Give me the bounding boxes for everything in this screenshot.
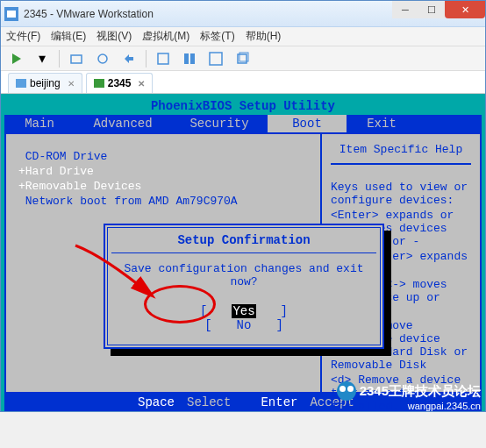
dialog-buttons: [Yes] [No]: [108, 299, 380, 345]
tab-label: beijing: [30, 77, 61, 89]
boot-item-cdrom[interactable]: CD-ROM Drive: [18, 150, 308, 165]
svg-rect-7: [190, 53, 195, 64]
menu-vm[interactable]: 虚拟机(M): [142, 29, 189, 44]
tab-label: 2345: [108, 77, 132, 89]
view1-icon[interactable]: [154, 49, 173, 68]
app-icon: [4, 7, 18, 21]
tab-close-icon[interactable]: ✕: [68, 79, 75, 89]
menu-file[interactable]: 文件(F): [6, 29, 40, 44]
owl-icon: [337, 381, 356, 401]
unity-icon[interactable]: [232, 49, 252, 68]
svg-rect-1: [7, 11, 16, 18]
view2-icon[interactable]: [180, 49, 199, 68]
setup-confirmation-dialog: Setup Confirmation Save configuration ch…: [104, 224, 384, 349]
maximize-button[interactable]: ☐: [418, 1, 445, 18]
app-window: 2345 - VMware Workstation ─ ☐ ✕ 文件(F) 编辑…: [0, 0, 486, 412]
svg-rect-6: [184, 53, 189, 64]
bios-menu-boot[interactable]: Boot: [268, 115, 347, 132]
titlebar[interactable]: 2345 - VMware Workstation ─ ☐ ✕: [1, 1, 485, 27]
dialog-message: Save configuration changes and exit now?: [108, 253, 380, 299]
tabbar: beijing ✕ 2345 ✕: [1, 71, 485, 94]
menu-help[interactable]: 帮助(H): [246, 29, 282, 44]
bios-menu-advanced[interactable]: Advanced: [75, 115, 171, 132]
menu-edit[interactable]: 编辑(E): [51, 29, 86, 44]
yes-button[interactable]: [Yes]: [200, 304, 288, 318]
minimize-button[interactable]: ─: [392, 1, 418, 18]
close-button[interactable]: ✕: [445, 1, 485, 18]
boot-item-network[interactable]: Network boot from AMD Am79C970A: [18, 195, 308, 210]
svg-rect-3: [71, 55, 82, 63]
snapshot-icon[interactable]: [67, 49, 86, 68]
bios-menu-exit[interactable]: Exit: [347, 115, 417, 132]
snapshot-manager-icon[interactable]: [93, 49, 112, 68]
power-on-icon[interactable]: [6, 49, 25, 68]
bios-menu: Main Advanced Security Boot Exit: [4, 115, 482, 132]
tab-beijing[interactable]: beijing ✕: [8, 73, 82, 93]
toolbar: ▾: [1, 46, 485, 71]
bios-title: PhoenixBIOS Setup Utility: [4, 97, 482, 115]
window-controls: ─ ☐ ✕: [392, 1, 485, 18]
bios-menu-main[interactable]: Main: [4, 115, 75, 132]
svg-rect-5: [158, 53, 168, 64]
vm-icon: [16, 78, 26, 89]
svg-marker-2: [12, 53, 21, 64]
svg-rect-8: [210, 53, 222, 65]
help-text: Keys used to view or configure devices:: [331, 181, 471, 207]
status-space-label: Select: [187, 395, 231, 409]
help-title: Item Specific Help: [331, 143, 471, 165]
boot-item-removable[interactable]: +Removable Devices: [18, 180, 308, 195]
tab-close-icon[interactable]: ✕: [138, 79, 145, 89]
revert-icon[interactable]: [119, 49, 139, 68]
svg-point-4: [98, 54, 107, 63]
svg-rect-11: [16, 79, 26, 88]
watermark-url: wangpai.2345.cn: [337, 401, 481, 411]
no-button[interactable]: [No]: [204, 318, 283, 332]
separator: [146, 50, 147, 68]
separator: [59, 50, 60, 68]
status-enter-key: Enter: [261, 395, 297, 409]
dialog-title: Setup Confirmation: [108, 228, 380, 252]
svg-rect-12: [94, 79, 104, 88]
bios-menu-security[interactable]: Security: [171, 115, 268, 132]
menubar: 文件(F) 编辑(E) 视图(V) 虚拟机(M) 标签(T) 帮助(H): [1, 27, 485, 46]
boot-item-hard-drive[interactable]: +Hard Drive: [18, 165, 308, 180]
status-space-key: Space: [138, 395, 175, 409]
menu-view[interactable]: 视图(V): [96, 29, 132, 44]
tab-2345[interactable]: 2345 ✕: [86, 73, 154, 93]
dropdown-icon[interactable]: ▾: [32, 49, 52, 68]
vm-icon: [94, 78, 104, 89]
menu-tabs[interactable]: 标签(T): [200, 29, 234, 44]
fullscreen-icon[interactable]: [206, 49, 225, 68]
watermark-brand: 2345王牌技术员论坛: [360, 383, 481, 400]
watermark: 2345王牌技术员论坛 wangpai.2345.cn: [337, 381, 481, 411]
